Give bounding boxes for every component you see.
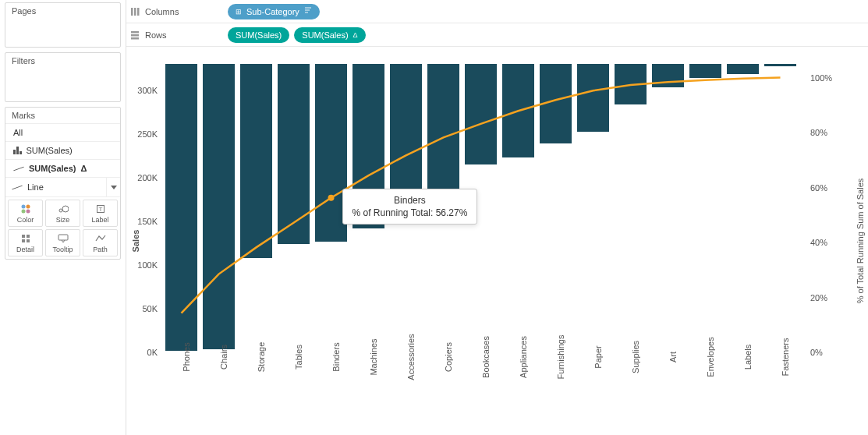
bar[interactable] [727,64,759,74]
svg-rect-17 [131,34,139,37]
bar-slot[interactable]: Phones [165,64,197,352]
marks-card: Marks All SUM(Sales) SUM(Sales) Δ Line [5,107,121,260]
category-label: Paper [593,345,603,368]
detail-card[interactable]: Detail [8,229,43,256]
filters-shelf[interactable]: Filters [5,52,121,102]
marks-title: Marks [5,108,120,123]
y-tick: 250K [137,129,158,139]
svg-point-0 [21,205,25,209]
y2-tick: 100% [810,73,832,83]
columns-shelf[interactable]: Columns ⊞ Sub-Category [126,0,868,23]
marks-all-label: All [13,128,23,137]
category-label: Labels [743,345,753,370]
bar[interactable] [689,64,721,78]
svg-rect-15 [137,8,140,16]
bar-slot[interactable]: Storage [240,64,272,352]
bar-slot[interactable]: Paper [577,64,609,352]
size-icon [58,203,69,214]
bar-slot[interactable]: Tables [278,64,310,352]
tooltip-card[interactable]: Tooltip [45,229,80,256]
bar[interactable] [165,64,197,351]
filters-title: Filters [5,53,120,69]
y-tick: 200K [137,173,158,182]
rows-label: Rows [145,30,167,40]
marks-all[interactable]: All [5,123,120,141]
subcategory-pill[interactable]: ⊞ Sub-Category [228,4,320,19]
chart-area: Sales % of Total Running Sum of Sales 0K… [126,47,868,435]
svg-rect-12 [58,235,68,240]
bar[interactable] [203,64,235,349]
y-tick: 50K [142,304,158,313]
marks-sum-sales-line[interactable]: SUM(Sales) Δ [5,159,120,177]
columns-icon [129,6,140,17]
category-label: Storage [257,342,266,373]
svg-point-4 [59,209,62,212]
y2-tick: 40% [810,238,827,247]
color-icon [21,203,30,214]
label-card[interactable]: T Label [83,200,118,227]
bar-slot[interactable]: Labels [727,64,759,352]
bar[interactable] [764,64,796,66]
sum-sales-pill-2[interactable]: SUM(Sales) Δ [294,27,365,43]
left-panels: Pages Filters Marks All SUM(Sales) SUM(S… [0,0,126,435]
bar-slot[interactable]: Art [652,64,684,352]
size-card[interactable]: Size [45,200,80,227]
mark-type-dropdown[interactable] [106,178,120,196]
svg-rect-16 [131,31,139,34]
bar[interactable] [540,64,572,143]
mark-type-selector[interactable]: Line [5,177,120,196]
bar[interactable] [278,64,310,244]
bar-slot[interactable]: Furnishings [540,64,572,352]
category-label: Art [668,352,678,362]
bar[interactable] [502,64,534,157]
category-label: Envelopes [706,337,715,377]
path-card[interactable]: Path [83,229,118,256]
category-label: Supplies [631,341,640,373]
bar-slot[interactable]: Fasteners [764,64,796,352]
pages-shelf[interactable]: Pages [5,2,121,48]
svg-text:T: T [98,206,102,213]
plot[interactable]: 0K50K100K150K200K250K300K 0%20%40%60%80%… [164,64,798,352]
y-tick: 300K [137,86,158,95]
sum-sales-pill-1[interactable]: SUM(Sales) [228,27,289,43]
y-tick: 0K [147,348,158,357]
bar[interactable] [240,64,272,258]
bar-slot[interactable]: Chairs [203,64,235,352]
y2-axis-label: % of Total Running Sum of Sales [856,179,865,304]
svg-rect-18 [131,37,139,40]
tooltip-title: Binders [353,195,468,206]
pages-title: Pages [5,3,120,19]
marks-sum-sales-bar[interactable]: SUM(Sales) [5,141,120,159]
line-chart-icon [13,166,23,171]
svg-point-1 [26,205,30,209]
detail-icon [21,233,30,244]
marks-sum1-label: SUM(Sales) [27,146,73,155]
bar[interactable] [465,64,497,164]
chevron-down-icon [111,186,117,189]
category-label: Furnishings [556,335,565,380]
category-label: Binders [331,342,341,371]
svg-rect-13 [131,8,133,16]
mark-type-label: Line [27,182,44,192]
plus-icon: ⊞ [236,8,242,16]
y-tick: 150K [137,217,158,226]
bar-slot[interactable]: Envelopes [689,64,721,352]
bar[interactable] [427,64,459,194]
bar[interactable] [652,64,684,87]
bar-series: PhonesChairsStorageTablesBindersMachines… [164,64,798,352]
detail-label: Detail [16,246,34,253]
category-label: Bookcases [481,336,491,378]
path-icon [95,233,106,244]
marks-card-grid: Color Size T Label Detail [5,196,120,259]
rows-shelf[interactable]: Rows SUM(Sales) SUM(Sales) Δ [126,23,868,47]
bar[interactable] [615,64,647,104]
bar-slot[interactable]: Appliances [502,64,534,352]
category-label: Copiers [444,342,453,372]
category-label: Chairs [219,345,229,370]
y2-tick: 0% [810,348,823,357]
bar[interactable] [577,64,609,132]
bar-slot[interactable]: Supplies [615,64,647,352]
pill-label: SUM(Sales) [236,30,282,40]
tooltip-icon [58,233,69,244]
color-card[interactable]: Color [8,200,43,227]
